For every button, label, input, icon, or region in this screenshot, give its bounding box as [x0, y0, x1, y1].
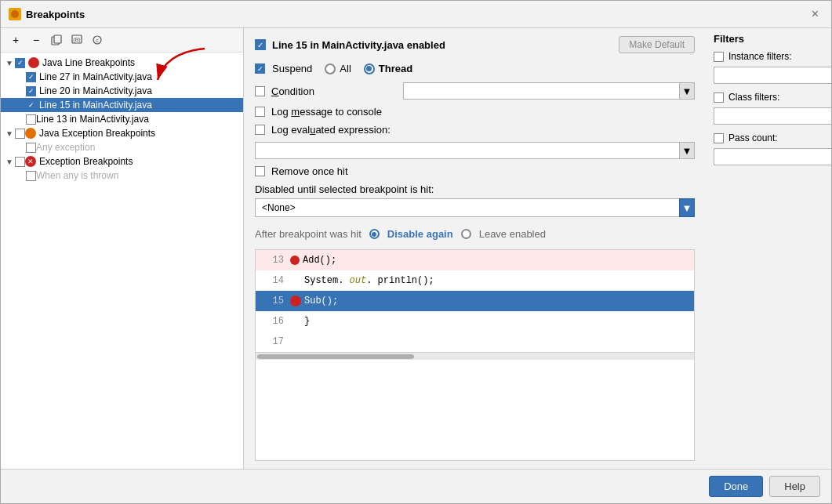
condition-dropdown-btn[interactable]: ▼: [679, 82, 695, 100]
make-default-button[interactable]: Make Default: [619, 36, 695, 53]
log-expr-dropdown-icon: ▼: [682, 145, 692, 157]
filter-icon: c: [92, 34, 103, 45]
tree-item-any-exception[interactable]: Any exception: [1, 140, 243, 154]
remove-breakpoint-button[interactable]: −: [27, 31, 45, 49]
java-line-checkbox[interactable]: ✓: [15, 58, 25, 68]
all-label: All: [340, 63, 351, 74]
class-filter-item: Class filters:: [714, 92, 831, 103]
line-num-17: 17: [260, 336, 284, 347]
instance-filter-item: Instance filters:: [714, 51, 831, 62]
remove-once-checkbox[interactable]: [255, 166, 265, 176]
tree-item-line15[interactable]: ✓ Line 15 in MainActivity.java: [1, 98, 243, 112]
line20-checkbox[interactable]: ✓: [26, 86, 36, 96]
line-num-13: 13: [260, 255, 284, 266]
bp-enabled-checkbox[interactable]: ✓: [255, 39, 266, 50]
line-num-16: 16: [260, 316, 284, 327]
thread-radio[interactable]: [364, 63, 375, 74]
line13-checkbox[interactable]: [26, 114, 36, 125]
tree-item-line13[interactable]: Line 13 in MainActivity.java: [1, 112, 243, 126]
dropdown-arrow-icon: ▼: [682, 85, 692, 97]
condition-input[interactable]: [403, 82, 679, 100]
spacer: [16, 87, 24, 96]
all-radio[interactable]: [325, 63, 336, 74]
thread-option[interactable]: Thread: [364, 63, 412, 74]
after-hit-row: After breakpoint was hit Disable again L…: [255, 228, 695, 240]
tree-container: ▼ ✓ Java Line Breakpoints ✓ Line 27 in M…: [1, 53, 243, 469]
log-message-row: Log message to console: [255, 106, 695, 118]
instance-filter-input[interactable]: [714, 67, 831, 84]
title-bar-left: Breakpoints: [9, 8, 85, 20]
class-filter-input[interactable]: [714, 107, 831, 125]
disabled-until-input[interactable]: [255, 198, 679, 217]
exception-bp-checkbox[interactable]: [15, 157, 25, 167]
horizontal-scrollbar[interactable]: [256, 352, 694, 360]
tree-item-line20[interactable]: ✓ Line 20 in MainActivity.java: [1, 84, 243, 98]
log-expr-checkbox[interactable]: [255, 125, 265, 135]
line-num-14: 14: [260, 275, 284, 286]
exception-bp-group: ▼ ✕ Exception Breakpoints When any is th…: [1, 154, 243, 183]
disabled-until-dropdown-btn[interactable]: ▼: [679, 198, 695, 217]
all-option[interactable]: All: [325, 63, 351, 74]
exception-bp-label: Exception Breakpoints: [39, 156, 133, 167]
when-any-checkbox[interactable]: [26, 171, 36, 181]
java-exception-checkbox[interactable]: [15, 129, 25, 139]
line27-label: Line 27 in MainActivity.java: [39, 71, 152, 82]
tree-item-when-any[interactable]: When any is thrown: [1, 169, 243, 183]
log-message-checkbox[interactable]: [255, 107, 265, 117]
java-line-group: ▼ ✓ Java Line Breakpoints ✓ Line 27 in M…: [1, 56, 243, 126]
java-exception-group: ▼ Java Exception Breakpoints Any excepti…: [1, 126, 243, 154]
content-area: ✓ Line 15 in MainActivity.java enabled M…: [244, 28, 706, 469]
copy-icon: [51, 34, 62, 45]
pass-count-checkbox[interactable]: [714, 133, 724, 143]
log-expr-label: Log evaluated expression:: [271, 124, 397, 136]
close-button[interactable]: ×: [807, 5, 823, 23]
add-breakpoint-button[interactable]: +: [7, 31, 24, 49]
log-expr-input-row: ▼: [255, 142, 695, 159]
line27-checkbox[interactable]: ✓: [26, 72, 36, 82]
class-filter-checkbox[interactable]: [714, 92, 724, 103]
java-exception-group-header[interactable]: ▼ Java Exception Breakpoints: [1, 126, 243, 140]
copy-breakpoint-button[interactable]: [48, 31, 65, 49]
scrollbar-thumb[interactable]: [257, 354, 414, 359]
main-content: + − (B) c: [1, 28, 831, 469]
disable-again-radio[interactable]: [369, 229, 380, 239]
spacer: [16, 115, 24, 124]
any-exception-label: Any exception: [36, 142, 95, 153]
java-line-group-header[interactable]: ▼ ✓ Java Line Breakpoints: [1, 56, 243, 70]
tree-item-line27[interactable]: ✓ Line 27 in MainActivity.java: [1, 70, 243, 84]
leave-enabled-radio[interactable]: [461, 229, 471, 239]
java-line-label: Java Line Breakpoints: [42, 57, 135, 68]
code-text-15: Sub();: [304, 296, 338, 306]
line13-label: Line 13 in MainActivity.java: [36, 114, 149, 125]
disable-again-label: Disable again: [387, 228, 453, 240]
export-breakpoint-button[interactable]: (B): [68, 31, 85, 49]
line-num-15: 15: [260, 296, 284, 306]
bp-header-title: Line 15 in MainActivity.java enabled: [272, 39, 445, 51]
expand-arrow: ▼: [5, 158, 13, 166]
spacer: [16, 73, 24, 82]
code-line-17: 17: [256, 332, 694, 352]
exception-bp-group-header[interactable]: ▼ ✕ Exception Breakpoints: [1, 154, 243, 169]
export-icon: (B): [71, 34, 82, 45]
suspend-checkbox[interactable]: ✓: [255, 63, 265, 74]
line15-checkbox[interactable]: ✓: [26, 100, 36, 111]
filter-breakpoint-button[interactable]: c: [89, 31, 106, 49]
any-exception-checkbox[interactable]: [26, 143, 36, 153]
instance-filter-label: Instance filters:: [728, 51, 792, 62]
thread-radio-inner: [366, 66, 372, 71]
left-panel: + − (B) c: [1, 28, 244, 469]
log-expr-dropdown-btn[interactable]: ▼: [679, 142, 695, 159]
when-any-label: When any is thrown: [36, 170, 118, 181]
log-expr-input[interactable]: [255, 142, 679, 159]
condition-checkbox[interactable]: [255, 86, 265, 96]
help-button[interactable]: Help: [769, 476, 820, 497]
title-bar: Breakpoints ×: [1, 1, 831, 28]
done-button[interactable]: Done: [709, 476, 763, 497]
thread-label: Thread: [379, 63, 412, 74]
left-toolbar: + − (B) c: [1, 28, 243, 53]
svg-rect-2: [54, 35, 61, 43]
svg-point-0: [11, 10, 19, 18]
instance-filter-checkbox[interactable]: [714, 52, 724, 62]
pass-count-input[interactable]: [714, 148, 831, 165]
java-exception-icon: [25, 128, 36, 139]
